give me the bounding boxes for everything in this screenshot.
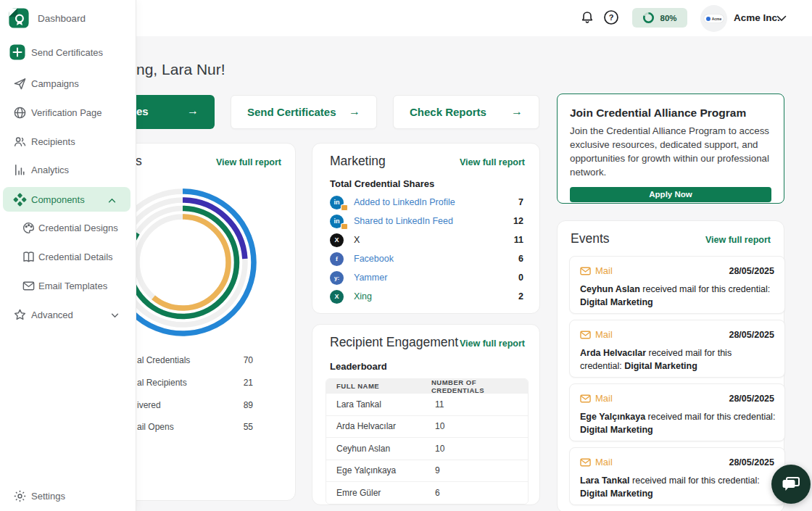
stat-label-fragment: al Credentials xyxy=(137,355,190,365)
table-row[interactable]: Emre Güler 6 xyxy=(326,481,528,504)
events-card: Events View full report Mail 28/05/2025 … xyxy=(557,220,784,511)
check-reports-button[interactable]: Check Reports → xyxy=(393,95,539,129)
sidebar-item-label: Credential Details xyxy=(38,252,113,262)
sidebar-item-email-templates[interactable]: Email Templates xyxy=(0,273,136,298)
recipient-engagement-card: Recipient Engagement View full report Le… xyxy=(312,324,540,505)
sidebar-item-label: Analytics xyxy=(31,165,69,175)
sidebar-item-analytics[interactable]: Analytics xyxy=(0,157,136,182)
arrow-right-icon: → xyxy=(511,105,523,118)
sidebar-item-label: Dashboard xyxy=(38,13,86,24)
usage-percent-label: 80% xyxy=(660,14,676,22)
leaderboard-table: FULL NAME NUMBER OF CREDENTIALS Lara Tan… xyxy=(326,378,529,504)
stat-label-fragment: al Recipients xyxy=(137,378,187,388)
recipient-name: Emre Güler xyxy=(326,488,435,498)
sidebar-item-credential-details[interactable]: Credential Details xyxy=(0,244,136,269)
sidebar-item-verification-page[interactable]: Verification Page xyxy=(0,100,136,125)
stat-value: 70 xyxy=(217,355,253,365)
marketing-value: 11 xyxy=(514,235,523,245)
engagement-card-title: Recipient Engagement xyxy=(330,335,458,350)
palette-icon xyxy=(20,220,36,236)
column-header-full-name: FULL NAME xyxy=(326,382,431,390)
leaderboard-header-row: FULL NAME NUMBER OF CREDENTIALS xyxy=(326,379,528,393)
marketing-view-full-report-link[interactable]: View full report xyxy=(460,157,525,167)
table-row[interactable]: Ege Yalçınkaya 9 xyxy=(326,460,528,482)
sidebar-item-label: Credential Designs xyxy=(38,223,118,233)
statistics-card-title-fragment: s xyxy=(136,154,142,169)
event-date: 28/05/2025 xyxy=(729,330,774,340)
org-switch-chevron-down-icon[interactable] xyxy=(774,12,789,24)
app-logo-icon xyxy=(7,7,30,30)
mail-icon xyxy=(580,331,591,339)
sidebar-item-recipients[interactable]: Recipients xyxy=(0,129,136,154)
marketing-row: y: Yammer 0 xyxy=(330,270,523,285)
sidebar-item-label: Campaigns xyxy=(31,78,79,89)
event-recipient-name: Arda Helvacılar xyxy=(580,348,646,358)
analytics-bars-icon xyxy=(12,162,28,178)
marketing-link[interactable]: Xing xyxy=(354,291,372,302)
usage-ring-icon xyxy=(642,12,655,24)
linkedin-badge-icon xyxy=(341,223,348,230)
event-recipient-name: Lara Tankal xyxy=(580,475,630,486)
event-item[interactable]: Mail 28/05/2025 Lara Tankal received mai… xyxy=(569,447,785,505)
events-card-title: Events xyxy=(571,231,610,246)
marketing-link[interactable]: Added to LinkedIn Profile xyxy=(354,197,455,207)
chat-widget-button[interactable] xyxy=(771,465,811,504)
linkedin-profile-icon: in xyxy=(330,196,344,209)
marketing-value: 2 xyxy=(518,291,523,302)
event-description: Ceyhun Aslan received mail for this cred… xyxy=(580,283,776,309)
arrow-right-icon: → xyxy=(187,104,199,117)
event-description: Ege Yalçınkaya received mail for this cr… xyxy=(580,410,776,436)
table-row[interactable]: Ceyhun Aslan 10 xyxy=(326,437,528,460)
event-item[interactable]: Mail 28/05/2025 Arda Helvacılar received… xyxy=(569,320,785,378)
apply-now-button[interactable]: Apply Now xyxy=(570,187,771,202)
table-row[interactable]: Lara Tankal 11 xyxy=(326,393,528,415)
book-icon xyxy=(20,249,36,265)
envelope-icon xyxy=(20,278,36,294)
engagement-view-full-report-link[interactable]: View full report xyxy=(460,338,525,349)
marketing-value: 12 xyxy=(513,216,523,226)
event-text: received mail for this credential: xyxy=(640,284,770,294)
marketing-link[interactable]: Facebook xyxy=(354,254,394,264)
sidebar-item-dashboard[interactable]: Dashboard xyxy=(0,5,136,31)
dashboard-page: ? 80% Acme Acme Inc. ng, Lara Nur! es → … xyxy=(0,0,812,511)
primary-action-label-fragment: es xyxy=(136,105,149,117)
globe-icon xyxy=(12,104,28,120)
send-certificates-button[interactable]: Send Certificates → xyxy=(231,95,377,129)
x-icon: X xyxy=(330,233,344,247)
table-row[interactable]: Arda Helvacılar 10 xyxy=(326,415,528,438)
recipient-name: Lara Tankal xyxy=(326,399,435,410)
usage-credit-badge[interactable]: 80% xyxy=(632,8,687,28)
sidebar-item-components[interactable]: Components xyxy=(3,187,130,212)
chevron-down-icon xyxy=(111,308,119,321)
marketing-row: in Added to LinkedIn Profile 7 xyxy=(330,195,523,209)
stat-value: 89 xyxy=(217,400,253,410)
event-text: received mail for this credential: xyxy=(645,412,775,422)
marketing-row: X X 11 xyxy=(330,233,523,247)
recipient-name: Arda Helvacılar xyxy=(326,421,435,431)
sidebar-item-label: Email Templates xyxy=(38,281,107,291)
event-credential-name: Digital Marketing xyxy=(624,361,697,371)
event-date: 28/05/2025 xyxy=(729,266,774,276)
statistics-view-full-report-link[interactable]: View full report xyxy=(216,157,281,167)
org-logo-dot-icon xyxy=(706,17,710,21)
sidebar-item-credential-designs[interactable]: Credential Designs xyxy=(0,215,136,240)
event-item[interactable]: Mail 28/05/2025 Ege Yalçınkaya received … xyxy=(569,383,785,441)
event-type-label: Mail xyxy=(595,265,613,276)
event-date: 28/05/2025 xyxy=(729,457,774,468)
stat-value: 21 xyxy=(217,378,253,388)
event-item[interactable]: Mail 28/05/2025 Ceyhun Aslan received ma… xyxy=(569,256,785,314)
notifications-bell-icon[interactable] xyxy=(579,9,595,25)
sidebar-item-campaigns[interactable]: Campaigns xyxy=(0,71,136,96)
events-view-full-report-link[interactable]: View full report xyxy=(705,235,771,245)
sidebar-item-send-certificates[interactable]: Send Certificates xyxy=(0,40,136,65)
marketing-link[interactable]: Yammer xyxy=(354,273,387,283)
sidebar-item-advanced[interactable]: Advanced xyxy=(0,302,136,327)
marketing-link[interactable]: Shared to LinkedIn Feed xyxy=(354,216,453,226)
org-avatar[interactable]: Acme xyxy=(700,5,727,32)
marketing-row: in Shared to LinkedIn Feed 12 xyxy=(330,214,523,228)
sidebar-item-settings[interactable]: Settings xyxy=(0,483,136,508)
sidebar-item-label: Verification Page xyxy=(31,107,102,118)
help-icon[interactable]: ? xyxy=(603,9,619,25)
alliance-title: Join Credential Alliance Program xyxy=(570,107,771,120)
sidebar-item-label: Send Certificates xyxy=(31,47,103,58)
